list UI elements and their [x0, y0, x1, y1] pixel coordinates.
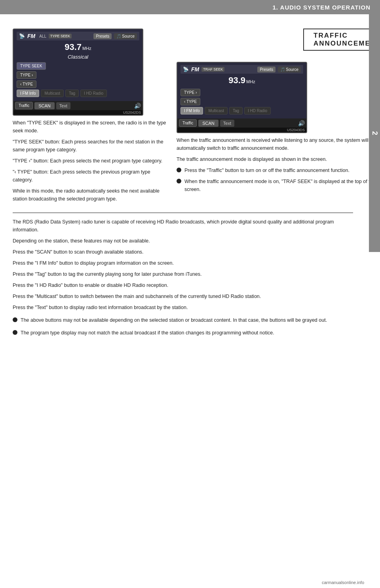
left-body-text: When "TYPE SEEK" is displayed in the scr… — [13, 119, 167, 203]
presets-btn-left[interactable]: Presets — [93, 33, 112, 39]
presets-btn-right[interactable]: Presets — [257, 67, 276, 73]
source-icon-right: 🎵 — [280, 67, 285, 72]
right-body-text: When the traffic announcement is receive… — [177, 136, 380, 193]
footer: carmanualsonline.info — [0, 580, 380, 585]
btn-row-type-seek: TYPE SEEK — [17, 62, 139, 70]
header-bar: 1. AUDIO SYSTEM OPERATION — [0, 0, 380, 14]
section-divider — [13, 212, 353, 213]
all-badge-left: ALL — [39, 34, 46, 38]
lower-para-5: Press the "Tag" button to tag the curren… — [13, 270, 353, 278]
scan-button-left[interactable]: SCAN — [34, 102, 55, 109]
lower-bullet-text: The above buttons may not be available d… — [21, 316, 353, 324]
btn-row-type-forward: TYPE › — [17, 71, 139, 79]
right-bullet-1: Press the "Traffic" button to turn on or… — [177, 166, 380, 174]
freq-num-right: 93.9 — [228, 75, 245, 86]
source-btn-right[interactable]: 🎵 Source — [278, 67, 301, 73]
left-note-bullet: The program type display may not match t… — [13, 329, 353, 337]
source-btn-left[interactable]: 🎵 Source — [114, 33, 137, 39]
btn-row-info: I FM Info Multicast Tag I HD Radio — [17, 90, 139, 97]
scan-button-right[interactable]: SCAN — [198, 120, 218, 127]
btn-row-info-right: I FM Info Multicast Tag I HD Radio — [180, 107, 303, 115]
text-button-left[interactable]: Text — [56, 102, 70, 109]
side-tab: 2 — [369, 14, 380, 252]
traf-seek-badge-right: TRAF SEEK — [201, 67, 224, 72]
lower-bullet-dot — [13, 317, 17, 322]
freq-num-left: 93.7 — [65, 42, 82, 52]
btn-row-type-back: ‹ TYPE — [17, 80, 139, 88]
type-seek-badge-left: TYPE SEEK — [49, 34, 72, 38]
fm-label-right: FM — [191, 66, 199, 73]
freq-row-left: 93.7 MHz — [17, 42, 139, 52]
radio-bottom-bar-right: Traffic SCAN Text 🔊 — [177, 118, 306, 128]
lower-para-8: Press the "Text" button to display radio… — [13, 304, 353, 311]
freq-row-right: 93.9 MHz — [180, 75, 303, 86]
radio-bottom-bar-left: Traffic SCAN Text 🔊 — [13, 101, 142, 110]
lower-note-bullet: The above buttons may not be available d… — [13, 316, 353, 324]
multicast-button-left: Multicast — [41, 90, 63, 97]
lower-para-4: Press the "I FM Info" button to display … — [13, 259, 353, 267]
type-forward-button-right[interactable]: TYPE › — [180, 89, 200, 96]
fm-info-button-right[interactable]: I FM Info — [180, 107, 203, 115]
bullet-dot-1 — [177, 168, 181, 172]
antenna-icon-left: 📡 — [19, 33, 25, 39]
lower-para-6: Press the "I HD Radio" button to enable … — [13, 281, 353, 289]
main-content: 📡 FM ALL TYPE SEEK Presets 🎵 Source 93.7 — [0, 14, 369, 348]
freq-unit-right: MHz — [246, 79, 255, 84]
radio-screen-right: 📡 FM TRAF SEEK Presets 🎵 Source 93.9 MHz — [177, 62, 307, 133]
footer-url: carmanualsonline.info — [322, 580, 364, 585]
lower-para-3: Press the "SCAN" button to scan through … — [13, 248, 353, 256]
fm-label-left: FM — [27, 33, 35, 39]
type-forward-button-left[interactable]: TYPE › — [17, 71, 36, 79]
traffic-button-right[interactable]: Traffic — [179, 119, 197, 127]
left-para-3: "TYPE ›" button: Each press selects the … — [13, 157, 167, 165]
lower-para-2: Depending on the station, these features… — [13, 237, 353, 245]
left-para-1: When "TYPE SEEK" is displayed in the scr… — [13, 119, 167, 135]
antenna-icon-right: 📡 — [183, 67, 189, 72]
lower-para-7: Press the "Multicast" button to switch b… — [13, 292, 353, 300]
lower-para-1: The RDS (Radio Data System) radio tuner … — [13, 218, 353, 234]
type-seek-button[interactable]: TYPE SEEK — [17, 62, 46, 70]
left-bullet-dot — [13, 330, 17, 335]
tag-button-right: Tag — [229, 107, 243, 115]
source-icon-left: 🎵 — [116, 34, 121, 38]
lower-section: The RDS (Radio Data System) radio tuner … — [13, 218, 353, 337]
hd-radio-button-right: I HD Radio — [244, 107, 271, 115]
right-para-1: When the traffic announcement is receive… — [177, 136, 380, 152]
type-back-button-left[interactable]: ‹ TYPE — [17, 80, 36, 88]
text-button-right[interactable]: Text — [220, 120, 234, 127]
type-back-button-right[interactable]: ‹ TYPE — [180, 98, 200, 105]
right-bullet-2: When the traffic announcement mode is on… — [177, 178, 380, 193]
multicast-button-right: Multicast — [205, 107, 227, 115]
hd-radio-button-left: I HD Radio — [80, 90, 107, 97]
radio-top-bar-right: 📡 FM TRAF SEEK Presets 🎵 Source — [180, 65, 303, 74]
left-bullet-text: The program type display may not match t… — [21, 329, 353, 337]
station-name-left: Classical — [17, 54, 139, 60]
left-para-4: "‹ TYPE" button: Each press selects the … — [13, 168, 167, 184]
right-column: TRAFFIC ANNOUNCEMENT 📡 FM TRAF SEEK Pres… — [177, 29, 380, 206]
bullet-text-2: When the traffic announcement mode is on… — [184, 178, 380, 193]
speaker-icon-left[interactable]: 🔊 — [134, 103, 141, 109]
fm-info-button-left[interactable]: I FM Info — [17, 90, 39, 97]
freq-unit-left: MHz — [82, 46, 91, 51]
left-para-2: "TYPE SEEK" button: Each press searches … — [13, 138, 167, 154]
left-column: 📡 FM ALL TYPE SEEK Presets 🎵 Source 93.7 — [13, 29, 167, 206]
tag-button-left: Tag — [65, 90, 79, 97]
radio-top-bar-left: 📡 FM ALL TYPE SEEK Presets 🎵 Source — [17, 32, 139, 40]
header-title: 1. AUDIO SYSTEM OPERATION — [272, 4, 370, 11]
left-para-5: While in this mode, the radio automatica… — [13, 187, 167, 203]
radio-screen-left: 📡 FM ALL TYPE SEEK Presets 🎵 Source 93.7 — [13, 29, 143, 116]
image-code-right: US2043DS — [177, 128, 306, 132]
bullet-text-1: Press the "Traffic" button to turn on or… — [184, 166, 380, 174]
bullet-dot-2 — [177, 179, 181, 183]
side-tab-number: 2 — [370, 131, 379, 135]
traffic-button-left[interactable]: Traffic — [15, 102, 33, 109]
right-para-2: The traffic announcement mode is display… — [177, 155, 380, 163]
image-code-left: US2042DS — [13, 110, 142, 115]
traffic-announcement-heading: TRAFFIC ANNOUNCEMENT — [303, 29, 380, 51]
speaker-icon-right[interactable]: 🔊 — [298, 120, 305, 126]
